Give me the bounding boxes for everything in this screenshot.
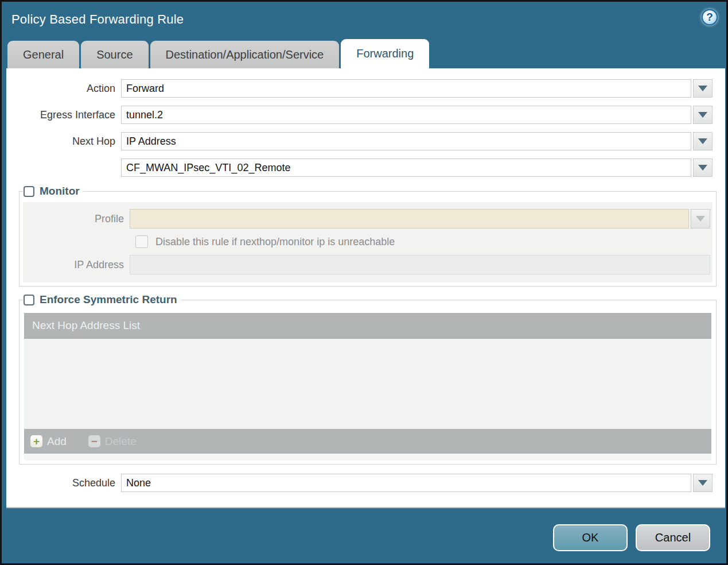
next-hop-address-list-table: Next Hop Address List + Add − Delete	[24, 313, 711, 454]
forwarding-tab-panel: Action Egress Interface Next Hop	[6, 68, 725, 508]
monitor-checkbox[interactable]	[24, 186, 34, 197]
next-hop-address-dropdown-button[interactable]	[693, 158, 713, 177]
pbf-rule-dialog: { "window": { "title": "Policy Based For…	[0, 0, 728, 565]
next-hop-type-input[interactable]	[121, 132, 691, 150]
next-hop-address-list-body	[24, 339, 711, 429]
disable-rule-label: Disable this rule if nexthop/monitor ip …	[155, 236, 395, 248]
tab-general[interactable]: General	[7, 41, 79, 68]
action-label: Action	[6, 83, 121, 95]
monitor-legend: Monitor	[23, 185, 83, 198]
dialog-title: Policy Based Forwarding Rule	[2, 2, 726, 37]
action-dropdown-button[interactable]	[693, 79, 713, 98]
monitor-legend-label: Monitor	[40, 185, 80, 198]
monitor-profile-dropdown-button	[691, 209, 710, 229]
monitor-profile-input	[130, 209, 689, 229]
chevron-down-icon	[698, 165, 707, 171]
tab-bar: General Source Destination/Application/S…	[7, 39, 429, 68]
table-bottom-strip	[24, 454, 711, 460]
next-hop-address-input[interactable]	[121, 158, 691, 177]
monitor-profile-label: Profile	[23, 213, 130, 225]
egress-interface-label: Egress Interface	[6, 109, 121, 121]
monitor-disable-rule-row: Disable this rule if nexthop/monitor ip …	[135, 235, 710, 248]
dialog-footer: OK Cancel	[553, 524, 710, 551]
chevron-down-icon	[698, 112, 707, 118]
egress-interface-input[interactable]	[121, 106, 691, 124]
schedule-input[interactable]	[121, 474, 691, 492]
schedule-label: Schedule	[6, 477, 121, 489]
egress-interface-dropdown-button[interactable]	[693, 106, 713, 124]
monitor-ip-address-label: IP Address	[23, 259, 130, 271]
next-hop-label: Next Hop	[6, 136, 121, 148]
tab-forwarding[interactable]: Forwarding	[341, 39, 429, 68]
schedule-row: Schedule	[6, 474, 725, 492]
chevron-down-icon	[698, 86, 707, 91]
monitor-ip-address-input	[130, 255, 710, 274]
add-button: + Add	[30, 435, 67, 448]
monitor-profile-row: Profile	[23, 209, 710, 229]
delete-button: − Delete	[88, 435, 137, 448]
monitor-ip-address-row: IP Address	[23, 255, 710, 274]
next-hop-address-list-toolbar: + Add − Delete	[24, 429, 711, 454]
monitor-fieldset: Monitor Profile Disable this rule if nex…	[19, 185, 717, 287]
chevron-down-icon	[698, 480, 707, 486]
action-input[interactable]	[121, 79, 691, 98]
cancel-button[interactable]: Cancel	[636, 524, 710, 551]
tab-source[interactable]: Source	[81, 41, 148, 68]
chevron-down-icon	[696, 216, 705, 222]
action-row: Action	[6, 79, 725, 98]
ok-button[interactable]: OK	[553, 524, 628, 551]
add-button-label: Add	[47, 435, 67, 448]
disable-rule-checkbox	[135, 235, 148, 248]
monitor-disabled-panel: Profile Disable this rule if nexthop/mon…	[23, 202, 713, 282]
enforce-symmetric-return-checkbox[interactable]	[24, 295, 34, 305]
next-hop-address-row	[6, 158, 725, 177]
schedule-dropdown-button[interactable]	[693, 474, 713, 492]
help-icon[interactable]: ?	[702, 9, 718, 25]
enforce-symmetric-return-legend-label: Enforce Symmetric Return	[40, 293, 177, 306]
enforce-symmetric-return-legend: Enforce Symmetric Return	[23, 293, 181, 306]
next-hop-address-list-header: Next Hop Address List	[24, 313, 711, 339]
next-hop-type-dropdown-button[interactable]	[693, 132, 713, 150]
delete-button-label: Delete	[105, 435, 137, 448]
tab-destination-application-service[interactable]: Destination/Application/Service	[150, 41, 340, 68]
chevron-down-icon	[698, 138, 707, 144]
next-hop-row: Next Hop	[6, 132, 725, 150]
enforce-symmetric-return-fieldset: Enforce Symmetric Return Next Hop Addres…	[19, 293, 717, 465]
egress-interface-row: Egress Interface	[6, 106, 725, 124]
help-glyph: ?	[706, 11, 713, 24]
delete-minus-icon: −	[88, 435, 100, 447]
add-plus-icon: +	[30, 435, 42, 447]
